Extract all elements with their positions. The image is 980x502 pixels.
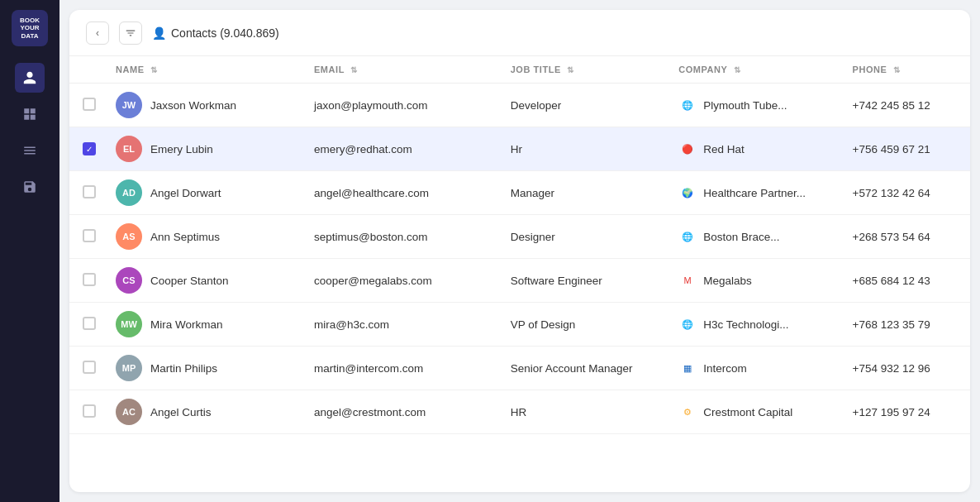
company-name: H3c Technologi... xyxy=(703,318,788,331)
filter-icon xyxy=(125,27,136,39)
contacts-count: Contacts (9.040.869) xyxy=(171,26,279,40)
col-header-phone[interactable]: PHONE ⇅ xyxy=(840,56,970,84)
sidebar: BOOK YOUR DATA xyxy=(0,0,59,502)
col-header-name[interactable]: NAME ⇅ xyxy=(102,56,301,84)
person-icon xyxy=(22,70,37,85)
row-checkbox[interactable] xyxy=(83,229,96,242)
cell-email: cooper@megalabs.com xyxy=(301,259,497,303)
sort-arrow-company: ⇅ xyxy=(734,65,741,74)
row-checkbox[interactable] xyxy=(83,317,96,330)
cell-job-title: Developer xyxy=(497,84,666,127)
company-name: Healthcare Partner... xyxy=(703,187,806,199)
cell-name: JWJaxson Workman xyxy=(102,84,301,127)
row-checkbox[interactable] xyxy=(83,273,96,286)
table-row[interactable]: ADAngel Dorwartangel@healthcare.comManag… xyxy=(69,171,970,215)
company-name: Megalabs xyxy=(703,275,752,287)
logo-text: BOOK YOUR DATA xyxy=(20,17,40,41)
cell-name: ACAngel Curtis xyxy=(102,390,301,434)
company-name: Red Hat xyxy=(703,143,745,155)
col-header-email[interactable]: EMAIL ⇅ xyxy=(301,56,497,84)
company-logo-icon: ⚙ xyxy=(678,403,697,421)
header-checkbox-cell xyxy=(69,56,102,84)
table-row[interactable]: JWJaxson Workmanjaxon@playmouth.comDevel… xyxy=(69,84,970,127)
table-row[interactable]: MPMartin Philipsmartin@intercom.comSenio… xyxy=(69,347,970,390)
cell-company: 🌐H3c Technologi... xyxy=(665,303,839,347)
cell-email: jaxon@playmouth.com xyxy=(301,84,497,127)
back-button[interactable]: ‹ xyxy=(86,22,109,45)
avatar: MW xyxy=(116,311,142,337)
sidebar-item-list[interactable] xyxy=(15,136,45,165)
avatar: AD xyxy=(116,179,142,206)
cell-name: ADAngel Dorwart xyxy=(102,171,301,215)
nav-arrows: ‹ xyxy=(86,22,109,45)
cell-email: martin@intercom.com xyxy=(301,347,497,390)
cell-job-title: VP of Design xyxy=(497,303,666,347)
cell-name: ELEmery Lubin xyxy=(102,127,301,171)
row-checkbox[interactable]: ✓ xyxy=(83,142,96,155)
cell-company: MMegalabs xyxy=(665,259,839,303)
sidebar-item-grid[interactable] xyxy=(15,99,45,129)
cell-job-title: Software Engineer xyxy=(497,259,666,303)
table-row[interactable]: ASAnn Septimusseptimus@boston.comDesigne… xyxy=(69,215,970,259)
company-logo-icon: ▦ xyxy=(678,359,697,377)
row-checkbox[interactable] xyxy=(83,98,96,111)
col-header-job[interactable]: JOB TITLE ⇅ xyxy=(497,56,666,84)
filter-button[interactable] xyxy=(119,22,142,45)
company-logo-icon: 🔴 xyxy=(678,140,697,158)
cell-job-title: Designer xyxy=(497,215,666,259)
contacts-table: NAME ⇅ EMAIL ⇅ JOB TITLE ⇅ COMPANY ⇅ xyxy=(69,56,970,434)
cell-email: angel@healthcare.com xyxy=(301,171,497,215)
sidebar-item-save[interactable] xyxy=(15,172,45,202)
row-checkbox[interactable] xyxy=(83,404,96,418)
contact-name: Emery Lubin xyxy=(150,143,213,155)
contact-name: Mira Workman xyxy=(150,318,223,331)
table-row[interactable]: ✓ELEmery Lubinemery@redhat.comHr🔴Red Hat… xyxy=(69,127,970,171)
cell-company: ⚙Crestmont Capital xyxy=(665,390,839,434)
company-logo-icon: 🌐 xyxy=(678,227,697,246)
cell-email: mira@h3c.com xyxy=(301,303,497,347)
company-name: Intercom xyxy=(703,362,747,375)
cell-name: MPMartin Philips xyxy=(102,347,301,390)
cell-phone: +572 132 42 64 xyxy=(840,171,970,215)
contact-name: Cooper Stanton xyxy=(150,275,229,287)
contacts-person-icon: 👤 xyxy=(152,26,166,40)
cell-job-title: Hr xyxy=(497,127,666,171)
avatar: JW xyxy=(116,92,142,118)
grid-icon xyxy=(22,107,37,122)
cell-phone: +127 195 97 24 xyxy=(840,390,970,434)
row-checkbox[interactable] xyxy=(83,361,96,374)
logo[interactable]: BOOK YOUR DATA xyxy=(12,10,48,46)
cell-email: angel@crestmont.com xyxy=(301,390,497,434)
cell-phone: +768 123 35 79 xyxy=(840,303,970,347)
contact-name: Angel Curtis xyxy=(150,406,212,418)
table-row[interactable]: ACAngel Curtisangel@crestmont.comHR⚙Cres… xyxy=(69,390,970,434)
table-body: JWJaxson Workmanjaxon@playmouth.comDevel… xyxy=(69,84,970,434)
list-icon xyxy=(22,143,37,158)
cell-job-title: Senior Account Manager xyxy=(497,347,666,390)
avatar: CS xyxy=(116,267,142,294)
cell-phone: +742 245 85 12 xyxy=(840,84,970,127)
cell-name: CSCooper Stanton xyxy=(102,259,301,303)
row-checkbox[interactable] xyxy=(83,185,96,198)
col-header-company[interactable]: COMPANY ⇅ xyxy=(665,56,839,84)
company-logo-icon: 🌐 xyxy=(678,315,697,333)
table-row[interactable]: MWMira Workmanmira@h3c.comVP of Design🌐H… xyxy=(69,303,970,347)
cell-company: ▦Intercom xyxy=(665,347,839,390)
avatar: AS xyxy=(116,223,142,250)
sort-arrow-email: ⇅ xyxy=(350,65,358,74)
table-row[interactable]: CSCooper Stantoncooper@megalabs.comSoftw… xyxy=(69,259,970,303)
sort-arrow-phone: ⇅ xyxy=(893,65,901,74)
sidebar-item-contacts[interactable] xyxy=(15,63,45,93)
company-logo-icon: 🌍 xyxy=(678,184,697,202)
cell-job-title: Manager xyxy=(497,171,666,215)
save-icon xyxy=(22,179,37,194)
cell-company: 🌐Boston Brace... xyxy=(665,215,839,259)
cell-phone: +685 684 12 43 xyxy=(840,259,970,303)
cell-phone: +756 459 67 21 xyxy=(840,127,970,171)
contact-name: Angel Dorwart xyxy=(150,187,221,199)
cell-company: 🌐Plymouth Tube... xyxy=(665,84,839,127)
cell-job-title: HR xyxy=(497,390,666,434)
table-container: NAME ⇅ EMAIL ⇅ JOB TITLE ⇅ COMPANY ⇅ xyxy=(69,56,970,492)
company-logo-icon: 🌐 xyxy=(678,96,697,114)
company-name: Boston Brace... xyxy=(703,231,779,243)
